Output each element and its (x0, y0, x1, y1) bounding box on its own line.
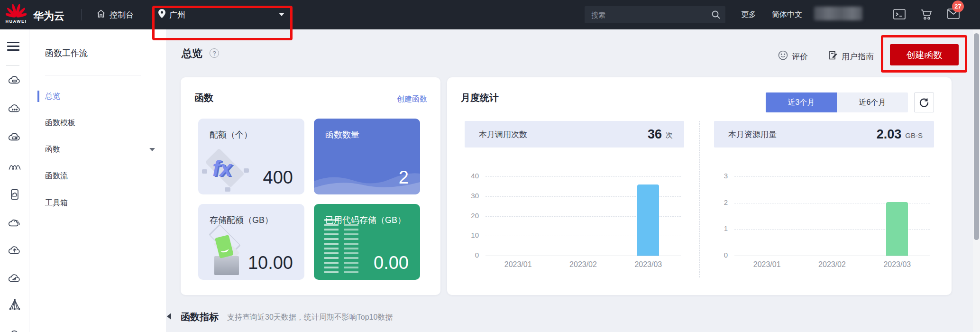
huawei-logo-text: HUAWEI (5, 19, 27, 24)
hamburger-menu-icon[interactable] (7, 42, 19, 51)
chart-bar (637, 184, 659, 256)
cart-icon[interactable] (920, 9, 933, 22)
user-guide-button[interactable]: 用户指南 (828, 50, 874, 63)
tile-label: 已用代码存储（GB） (325, 214, 406, 226)
x-axis-tick-label: 2023/02 (555, 260, 612, 269)
stat-value: 2.03 (877, 127, 902, 142)
cloud-server-icon[interactable] (8, 74, 22, 88)
refresh-button[interactable] (914, 92, 934, 112)
sidenav-title: 函数工作流 (45, 47, 88, 59)
resource-usage-bar-chart: 01232023/012023/022023/03 (708, 160, 935, 277)
chevron-down-icon[interactable] (149, 148, 155, 151)
top-navbar: HUAWEI 华为云 控制台 广州 (0, 0, 980, 29)
y-axis-tick-label: 20 (459, 212, 479, 220)
help-icon[interactable]: ? (210, 48, 219, 58)
x-axis-tick-label: 2023/03 (869, 260, 925, 269)
sidebar-item-function-flows[interactable]: 函数流 (29, 169, 166, 183)
account-name-redacted[interactable] (814, 7, 862, 20)
refresh-icon (919, 97, 929, 108)
stat-unit: GB-S (905, 131, 923, 139)
chart-divider (699, 121, 700, 277)
y-axis-tick-label: 10 (459, 231, 479, 239)
sidebar-item-label: 函数流 (45, 169, 68, 183)
sidebar-item-label: 函数模板 (45, 116, 75, 129)
monthly-stats-card: 月度统计 近3个月 近6个月 本月调用次数 36 次 本月资源用量 2.03 G… (447, 77, 952, 295)
stat-unit: 次 (666, 131, 673, 140)
used-code-storage-tile: 已用代码存储（GB） 0.00 (314, 204, 420, 280)
x-axis-tick-label: 2023/01 (739, 260, 796, 269)
quota-tile: 配额（个） fx 400 (198, 119, 304, 194)
tile-value: 400 (263, 167, 293, 188)
create-function-button[interactable]: 创建函数 (890, 44, 959, 65)
tile-value: 2 (399, 167, 409, 188)
sidebar-item-label: 总览 (45, 90, 60, 103)
sidenav-divider (45, 75, 141, 75)
chart-bar (886, 202, 908, 256)
feedback-button[interactable]: 评价 (778, 50, 808, 63)
function-waves-icon[interactable] (8, 159, 22, 173)
service-icon-rail (0, 29, 29, 332)
storage-quota-tile: 存储配额（GB） 10.00 (198, 204, 304, 280)
chart-gridline (734, 176, 930, 177)
collapse-sidebar-icon[interactable] (167, 313, 171, 320)
sidebar-item-label: 工具箱 (45, 196, 68, 210)
y-axis-tick-label: 3 (708, 172, 728, 180)
sidebar-item-toolbox[interactable]: 工具箱 (29, 196, 166, 210)
language-menu[interactable]: 简体中文 (772, 10, 802, 20)
region-value: 广州 (169, 9, 185, 20)
invocations-bar-chart: 0102030402023/012023/022023/03 (459, 160, 687, 277)
x-axis-line (485, 256, 681, 256)
range-3-months-button[interactable]: 近3个月 (766, 92, 837, 112)
cloud-partial-icon[interactable] (8, 324, 22, 332)
home-icon (96, 9, 106, 21)
more-menu[interactable]: 更多 (741, 10, 756, 20)
sidebar-item-functions[interactable]: 函数 (29, 143, 166, 156)
double-cloud-icon[interactable] (8, 216, 22, 230)
x-axis-tick-label: 2023/01 (490, 260, 547, 269)
monthly-card-title: 月度统计 (461, 92, 499, 104)
tile-label: 存储配额（GB） (210, 214, 273, 226)
sidebar-item-overview[interactable]: 总览 (29, 90, 166, 103)
console-link[interactable]: 控制台 (96, 8, 134, 21)
x-axis-tick-label: 2023/03 (620, 260, 677, 269)
y-axis-tick-label: 0 (459, 251, 479, 259)
region-caret-icon[interactable] (279, 13, 284, 16)
function-count-tile: 函数数量 2 (314, 119, 420, 194)
brand-name[interactable]: 华为云 (33, 9, 64, 23)
cloud-terminal-icon[interactable] (8, 130, 22, 145)
stat-label: 本月调用次数 (479, 129, 648, 140)
vertical-scrollbar[interactable] (973, 29, 980, 332)
cloud-dots-icon[interactable] (8, 102, 22, 116)
tile-value: 10.00 (248, 253, 293, 273)
stat-label: 本月资源用量 (728, 129, 877, 140)
pyramid-icon[interactable] (8, 298, 22, 312)
page-title: 总览 (182, 46, 202, 61)
sidebar-item-function-templates[interactable]: 函数模板 (29, 116, 166, 129)
search-icon[interactable] (711, 10, 721, 21)
cloud-compass-icon[interactable] (8, 271, 22, 286)
function-summary-card: 函数 创建函数 配额（个） fx 400 函数数量 2 (181, 77, 440, 295)
monthly-invocations-banner: 本月调用次数 36 次 (465, 121, 684, 148)
region-selector[interactable]: 广州 (158, 8, 285, 21)
x-axis-tick-label: 2023/02 (804, 260, 861, 269)
monthly-resource-usage-banner: 本月资源用量 2.03 GB-S (714, 121, 934, 148)
stat-value: 36 (648, 127, 662, 142)
y-axis-tick-label: 0 (708, 251, 728, 259)
location-pin-icon (158, 9, 165, 20)
scrollbar-thumb[interactable] (974, 33, 979, 240)
cli-terminal-icon[interactable] (893, 9, 906, 22)
cloud-upload-icon[interactable] (8, 243, 22, 258)
range-6-months-button[interactable]: 近6个月 (837, 92, 908, 112)
huawei-logo-icon[interactable]: HUAWEI (5, 2, 27, 24)
active-indicator (37, 91, 39, 102)
function-sidenav: 函数工作流 总览 函数模板 函数 函数流 工具箱 (29, 29, 166, 332)
user-guide-label: 用户指南 (842, 51, 874, 62)
huawei-cloud-console: HUAWEI 华为云 控制台 广州 (0, 0, 980, 332)
rail-divider (6, 65, 19, 66)
container-cloud-icon[interactable] (8, 187, 22, 202)
metrics-section-title: 函数指标 (181, 311, 219, 323)
tile-label: 配额（个） (210, 129, 252, 140)
sidebar-item-label: 函数 (45, 143, 60, 156)
search-input[interactable] (585, 6, 725, 23)
create-function-link[interactable]: 创建函数 (397, 94, 427, 104)
